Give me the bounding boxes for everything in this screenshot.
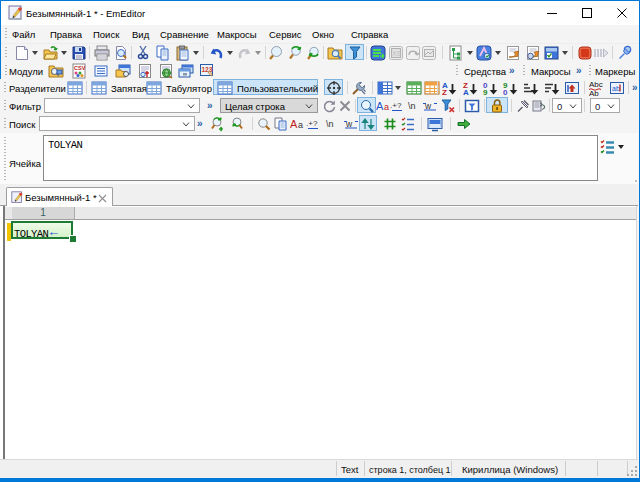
svg-text:0: 0 xyxy=(503,88,508,96)
svg-text:Abc: Abc xyxy=(589,80,603,89)
svg-text:\n: \n xyxy=(408,101,416,111)
svg-text:.+?: .+? xyxy=(306,119,318,128)
svg-text:ab: ab xyxy=(612,85,620,92)
svg-text:XS: XS xyxy=(392,50,402,57)
svg-text:A: A xyxy=(290,118,298,130)
svg-text:a: a xyxy=(298,120,303,130)
svg-text:w: w xyxy=(345,119,353,129)
svg-text:Ab: Ab xyxy=(589,89,599,96)
svg-text:\n: \n xyxy=(326,119,334,129)
svg-text:w: w xyxy=(424,101,432,111)
svg-text:A: A xyxy=(463,88,469,96)
svg-text:CSV: CSV xyxy=(74,65,86,71)
svg-text:.+?: .+? xyxy=(390,101,402,110)
svg-text:123: 123 xyxy=(202,66,213,73)
svg-text:A: A xyxy=(376,100,384,112)
svg-text:9: 9 xyxy=(483,88,488,96)
svg-text:Z: Z xyxy=(442,88,447,96)
svg-text:a: a xyxy=(384,102,389,112)
